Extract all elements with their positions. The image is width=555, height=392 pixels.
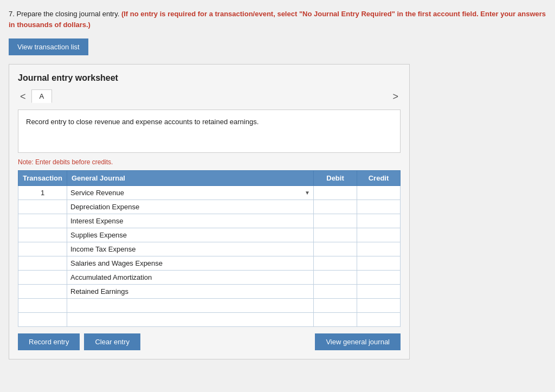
dropdown-arrow-icon[interactable]: ▼	[305, 190, 310, 196]
table-row: Salaries and Wages Expense	[18, 256, 401, 271]
credit-cell[interactable]	[357, 271, 401, 285]
general-journal-cell[interactable]: Salaries and Wages Expense	[67, 256, 314, 271]
debit-cell[interactable]	[314, 256, 357, 271]
transaction-cell	[18, 299, 67, 313]
general-journal-cell[interactable]: Accumulated Amortization	[67, 271, 314, 285]
credit-cell[interactable]	[357, 299, 401, 313]
transaction-cell	[18, 242, 67, 256]
worksheet-title: Journal entry worksheet	[18, 73, 401, 83]
general-journal-cell[interactable]: Supplies Expense	[67, 228, 314, 242]
credit-cell[interactable]	[357, 313, 401, 327]
table-row: Retained Earnings	[18, 285, 401, 299]
note-text: Note: Enter debits before credits.	[18, 158, 401, 166]
transaction-cell	[18, 214, 67, 228]
credit-cell[interactable]	[357, 200, 401, 214]
credit-cell[interactable]	[357, 242, 401, 256]
debit-cell[interactable]	[314, 200, 357, 214]
debit-cell[interactable]	[314, 285, 357, 299]
general-journal-cell[interactable]: Interest Expense	[67, 214, 314, 228]
transaction-cell	[18, 228, 67, 242]
credit-cell[interactable]	[357, 228, 401, 242]
table-row: 1Service Revenue▼	[18, 186, 401, 200]
debit-cell[interactable]	[314, 186, 357, 200]
general-journal-cell	[67, 313, 314, 327]
col-header-debit: Debit	[314, 171, 357, 186]
transaction-cell	[18, 285, 67, 299]
table-row	[18, 299, 401, 313]
table-row: Supplies Expense	[18, 228, 401, 242]
view-transaction-button[interactable]: View transaction list	[9, 38, 88, 55]
credit-cell[interactable]	[357, 285, 401, 299]
general-journal-cell[interactable]: Depreciation Expense	[67, 200, 314, 214]
view-general-journal-button[interactable]: View general journal	[315, 333, 401, 350]
question-number: 7.	[9, 10, 15, 18]
col-header-general-journal: General Journal	[67, 171, 314, 186]
credit-cell[interactable]	[357, 214, 401, 228]
table-row: Income Tax Expense	[18, 242, 401, 256]
transaction-cell	[18, 256, 67, 271]
journal-table: Transaction General Journal Debit Credit…	[18, 170, 401, 327]
nav-left-arrow[interactable]: <	[18, 92, 28, 101]
worksheet-container: Journal entry worksheet < A > Record ent…	[9, 64, 410, 359]
general-journal-cell[interactable]: Income Tax Expense	[67, 242, 314, 256]
general-journal-cell	[67, 299, 314, 313]
tab-a[interactable]: A	[31, 89, 53, 103]
table-row: Depreciation Expense	[18, 200, 401, 214]
general-journal-cell[interactable]: Retained Earnings	[67, 285, 314, 299]
debit-cell[interactable]	[314, 214, 357, 228]
debit-cell[interactable]	[314, 271, 357, 285]
transaction-cell	[18, 313, 67, 327]
debit-cell[interactable]	[314, 313, 357, 327]
general-journal-cell[interactable]: Service Revenue▼	[67, 186, 314, 200]
transaction-cell	[18, 200, 67, 214]
credit-cell[interactable]	[357, 186, 401, 200]
table-row: Interest Expense	[18, 214, 401, 228]
tab-nav: < A >	[18, 89, 401, 103]
record-entry-button[interactable]: Record entry	[18, 333, 80, 350]
transaction-cell: 1	[18, 186, 67, 200]
question-header: 7. Prepare the closing journal entry. (I…	[9, 9, 546, 30]
table-row	[18, 313, 401, 327]
debit-cell[interactable]	[314, 299, 357, 313]
description-box: Record entry to close revenue and expens…	[18, 110, 401, 153]
credit-cell[interactable]	[357, 256, 401, 271]
transaction-cell	[18, 271, 67, 285]
col-header-transaction: Transaction	[18, 171, 67, 186]
question-text: Prepare the closing journal entry.	[16, 10, 119, 18]
table-row: Accumulated Amortization	[18, 271, 401, 285]
col-header-credit: Credit	[357, 171, 401, 186]
clear-entry-button[interactable]: Clear entry	[84, 333, 140, 350]
debit-cell[interactable]	[314, 242, 357, 256]
footer-buttons: Record entry Clear entry View general jo…	[18, 333, 401, 350]
debit-cell[interactable]	[314, 228, 357, 242]
nav-right-arrow[interactable]: >	[390, 92, 401, 101]
